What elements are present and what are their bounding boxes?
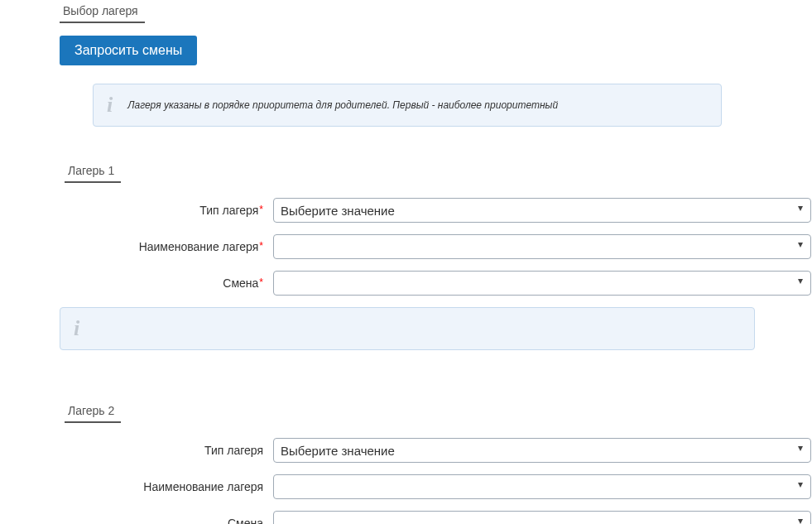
camp-2-title: Лагерь 2 bbox=[65, 400, 121, 423]
camp-2-name-select[interactable] bbox=[273, 474, 811, 499]
camp-1-name-label: Наименование лагеря* bbox=[60, 240, 265, 253]
camp-1-type-label: Тип лагеря* bbox=[60, 204, 265, 217]
camp-2-type-select[interactable]: Выберите значение bbox=[273, 438, 811, 463]
camp-1-block: Лагерь 1 Тип лагеря* Выберите значение Н… bbox=[60, 160, 812, 350]
info-icon: i bbox=[74, 316, 79, 341]
camp-1-type-select[interactable]: Выберите значение bbox=[273, 198, 811, 223]
camp-2-name-label: Наименование лагеря bbox=[60, 480, 265, 493]
camp-1-title: Лагерь 1 bbox=[65, 160, 121, 183]
request-sessions-button[interactable]: Запросить смены bbox=[60, 36, 197, 65]
camp-1-name-select[interactable] bbox=[273, 234, 811, 259]
priority-info-banner: i Лагеря указаны в порядке приоритета дл… bbox=[93, 84, 722, 127]
priority-info-text: Лагеря указаны в порядке приоритета для … bbox=[127, 99, 558, 111]
camp-1-session-select[interactable] bbox=[273, 271, 811, 296]
section-title: Выбор лагеря bbox=[60, 0, 145, 23]
camp-2-block: Лагерь 2 Тип лагеря Выберите значение На… bbox=[60, 400, 812, 524]
camp-1-session-label: Смена* bbox=[60, 276, 265, 290]
camp-2-type-label: Тип лагеря bbox=[60, 444, 265, 457]
camp-2-session-select[interactable] bbox=[273, 511, 811, 524]
info-icon: i bbox=[107, 93, 113, 118]
camp-1-info-banner: i bbox=[60, 307, 755, 350]
camp-2-session-label: Смена bbox=[60, 517, 265, 524]
